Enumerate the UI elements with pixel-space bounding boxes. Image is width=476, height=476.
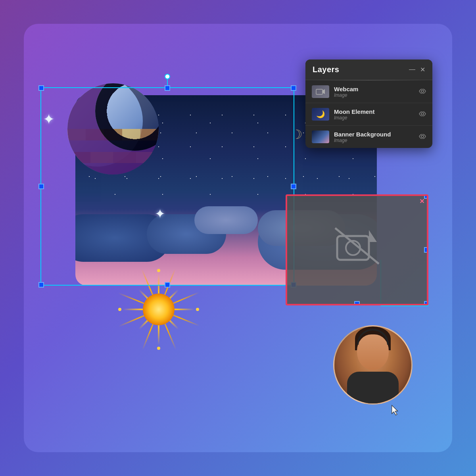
sun-dot-bottom [157,347,160,350]
layer-info-banner: Banner Background Image [334,131,414,143]
no-camera-icon [333,226,381,266]
layer-info-webcam: Webcam Image [334,86,414,98]
selection-handle-ml[interactable] [38,184,44,189]
svg-line-3 [335,228,379,264]
selection-handle-tl[interactable] [38,85,44,91]
sun-star-element [111,262,206,357]
layer-type-moon: Image [334,115,414,121]
svg-rect-4 [316,89,322,94]
svg-marker-1 [369,230,377,242]
sun-core [143,294,175,325]
person-silhouette [334,326,411,403]
layers-header-buttons: — ✕ [409,66,425,73]
selection-handle-tr[interactable] [291,85,296,91]
layers-panel: Layers — ✕ Webcam Image [305,60,432,148]
layer-name-webcam: Webcam [334,86,414,92]
main-canvas: ☽ ✦ ✦ [24,24,452,452]
small-crescent: ☽ [291,127,305,141]
layer-thumb-moon: 🌙 [312,108,329,121]
layers-close-button[interactable]: ✕ [420,66,425,73]
svg-point-6 [421,90,424,92]
sun-dot-right [196,308,199,311]
svg-rect-0 [337,236,369,260]
webcam-close-button[interactable]: ✕ [419,198,424,205]
svg-point-7 [421,113,424,115]
person-photo [333,325,413,405]
connector-line-h1 [381,305,428,306]
person-body [347,372,399,403]
layer-item-moon[interactable]: 🌙 Moon Element Image [305,103,432,126]
svg-point-8 [421,135,424,138]
webcam-box-inner [287,196,427,304]
layer-type-banner: Image [334,138,414,143]
layer-type-webcam: Image [334,92,414,98]
moon-crescent-shape [67,83,159,175]
layer-info-moon: Moon Element Image [334,108,414,121]
sun-dot-top [157,269,160,272]
layer-item-webcam[interactable]: Webcam Image [305,81,432,103]
layer-visibility-webcam[interactable] [419,88,426,95]
webcam-handle-bc[interactable] [354,301,360,305]
layers-panel-title: Layers [313,65,340,74]
webcam-box: ✕ [286,194,428,305]
webcam-handle-tr[interactable] [424,194,428,199]
sun-star-shape [111,262,206,357]
moon-element [60,75,171,186]
webcam-handle-mr[interactable] [424,247,428,253]
webcam-handle-br[interactable] [424,301,428,305]
layer-visibility-banner[interactable] [419,133,426,140]
selection-handle-bl[interactable] [38,282,44,288]
layers-panel-header: Layers — ✕ [305,60,432,80]
layer-thumb-webcam [312,85,329,98]
layer-thumb-banner [312,131,329,143]
layers-minimize-button[interactable]: — [409,66,415,73]
cloud-5 [194,206,258,234]
cursor-arrow [390,405,401,417]
layer-name-moon: Moon Element [334,108,414,115]
svg-marker-5 [322,89,325,94]
layer-visibility-moon[interactable] [419,111,426,118]
sun-dot-left [118,308,121,311]
sparkle-1: ✦ [43,111,55,128]
layer-name-banner: Banner Background [334,131,414,138]
layer-item-banner[interactable]: Banner Background Image [305,126,432,148]
sparkle-2: ✦ [155,206,165,221]
